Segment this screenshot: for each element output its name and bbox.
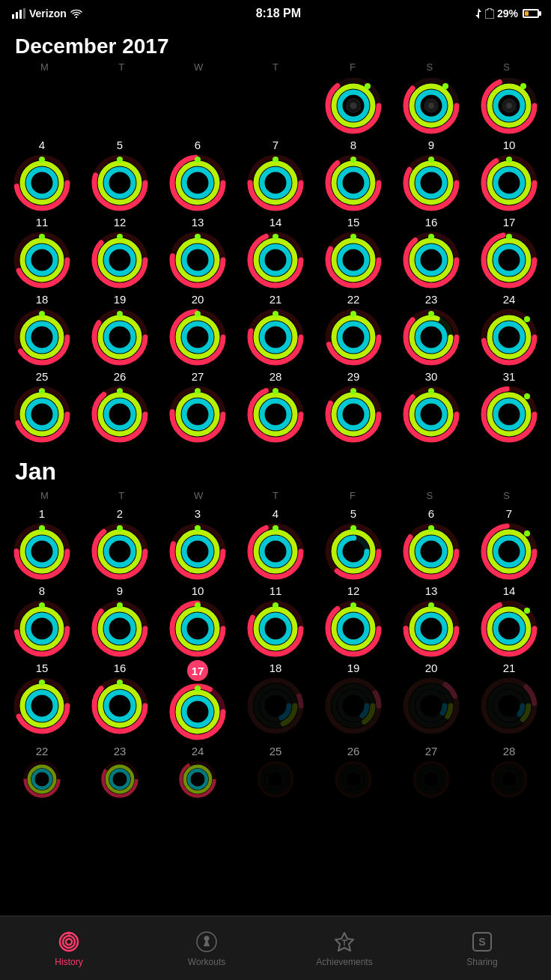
jan-cell-22[interactable]: 22 — [3, 742, 81, 799]
jan-cell-8[interactable]: 8 — [3, 581, 81, 659]
tab-history[interactable]: History — [0, 930, 138, 967]
january-week2: 8 9 10 — [0, 581, 551, 659]
jan-cell-12[interactable]: 12 — [314, 581, 392, 659]
jan-cell-7[interactable]: 7 — [470, 504, 548, 581]
svg-point-80 — [496, 169, 523, 196]
dec-cell-21[interactable]: 21 — [237, 290, 314, 367]
tab-workouts[interactable]: Workouts — [138, 930, 276, 967]
jan-cell-23[interactable]: 23 — [81, 742, 159, 799]
svg-point-291 — [117, 602, 123, 608]
day-header-m: M — [6, 61, 83, 73]
svg-point-193 — [117, 388, 123, 394]
january-day-headers: M T W T F S S — [0, 490, 551, 501]
svg-point-242 — [117, 525, 123, 531]
svg-point-4 — [76, 16, 77, 18]
dec-cell-6[interactable]: 6 — [159, 136, 237, 213]
dec-cell-26[interactable]: 26 — [81, 367, 159, 444]
svg-point-172 — [428, 311, 434, 317]
december-week2: 4 5 6 — [0, 136, 551, 213]
jan-cell-17-today[interactable]: 17 — [159, 659, 237, 742]
svg-point-73 — [418, 169, 445, 196]
jan-cell-3[interactable]: 3 — [159, 504, 237, 581]
jan-cell-16[interactable]: 16 — [81, 659, 159, 742]
december-day-headers: M T W T F S S — [0, 61, 551, 73]
dec-cell-15[interactable]: 15 — [314, 213, 392, 290]
jan-cell-24[interactable]: 24 — [159, 742, 237, 799]
status-bar: Verizon 8:18 PM 29% — [0, 0, 551, 27]
jan-cell-10[interactable]: 10 — [159, 581, 237, 659]
svg-point-283 — [28, 615, 55, 642]
dec-cell-4[interactable]: 4 — [3, 136, 81, 213]
jan-cell-9[interactable]: 9 — [81, 581, 159, 659]
svg-point-377 — [33, 770, 51, 788]
jan-cell-21[interactable]: 21 — [470, 659, 548, 742]
dec-cell-3[interactable] — [470, 76, 548, 136]
day-number: 4 — [31, 137, 52, 152]
dec-cell-10[interactable]: 10 — [470, 136, 548, 213]
svg-point-206 — [262, 401, 289, 428]
dec-cell-29[interactable]: 29 — [314, 367, 392, 444]
dec-cell-31[interactable]: 31 — [470, 367, 548, 444]
battery-icon — [523, 9, 539, 18]
jan-cell-14[interactable]: 14 — [470, 581, 548, 659]
dec-cell-11[interactable]: 11 — [3, 213, 81, 290]
svg-point-318 — [418, 615, 445, 642]
jan-cell-6[interactable]: 6 — [392, 504, 470, 581]
svg-point-165 — [350, 311, 356, 317]
jan-cell-5[interactable]: 5 — [314, 504, 392, 581]
jan-cell-2[interactable]: 2 — [81, 504, 159, 581]
dec-cell-16[interactable]: 16 — [392, 213, 470, 290]
tab-sharing[interactable]: S Sharing — [413, 930, 551, 967]
dec-cell-30[interactable]: 30 — [392, 367, 470, 444]
dec-cell-27[interactable]: 27 — [159, 367, 237, 444]
jan-cell-19[interactable]: 19 — [314, 659, 392, 742]
jan-cell-18[interactable]: 18 — [237, 659, 314, 742]
jan-cell-15[interactable]: 15 — [3, 659, 81, 742]
tab-achievements[interactable]: Achievements — [276, 930, 413, 967]
dec-cell-28[interactable]: 28 — [237, 367, 314, 444]
dec-cell-8[interactable]: 8 — [314, 136, 392, 213]
svg-point-52 — [184, 169, 211, 196]
svg-point-269 — [418, 538, 445, 565]
january-week3: 15 16 17 — [0, 659, 551, 742]
jan-cell-20[interactable]: 20 — [392, 659, 470, 742]
jan-cell-11[interactable]: 11 — [237, 581, 314, 659]
dec-cell-5[interactable]: 5 — [81, 136, 159, 213]
jan-cell-27[interactable]: 27 — [392, 742, 470, 799]
svg-point-115 — [340, 246, 367, 273]
dec-cell-18[interactable]: 18 — [3, 290, 81, 367]
dec-cell-20[interactable]: 20 — [159, 290, 237, 367]
dec-cell-17[interactable]: 17 — [470, 213, 548, 290]
dec-cell-19[interactable]: 19 — [81, 290, 159, 367]
dec-cell-24[interactable]: 24 — [470, 290, 548, 367]
svg-point-340 — [117, 680, 123, 686]
svg-point-332 — [28, 692, 55, 719]
dec-cell-7[interactable]: 7 — [237, 136, 314, 213]
dec-cell-25[interactable]: 25 — [3, 367, 81, 444]
svg-point-185 — [28, 401, 55, 428]
jan-cell-1[interactable]: 1 — [3, 504, 81, 581]
dec-cell-23[interactable]: 23 — [392, 290, 470, 367]
jan-cell-28[interactable]: 28 — [470, 742, 548, 799]
january-week4-partial: 22 23 24 — [0, 742, 551, 799]
battery-area: 29% — [475, 7, 539, 19]
svg-point-325 — [496, 615, 523, 642]
svg-rect-2 — [19, 10, 22, 19]
dec-cell-13[interactable]: 13 — [159, 213, 237, 290]
january-week1: 1 2 3 — [0, 504, 551, 581]
dec-cell-22[interactable]: 22 — [314, 290, 392, 367]
dec-cell-12[interactable]: 12 — [81, 213, 159, 290]
svg-point-214 — [350, 388, 356, 394]
jan-cell-13[interactable]: 13 — [392, 581, 470, 659]
dec-cell-1[interactable] — [314, 76, 392, 136]
january-header: Jan — [0, 444, 551, 490]
svg-point-392 — [267, 770, 284, 788]
jan-cell-25[interactable]: 25 — [237, 742, 314, 799]
dec-cell-9[interactable]: 9 — [392, 136, 470, 213]
jan-cell-26[interactable]: 26 — [314, 742, 392, 799]
dec-cell-2[interactable] — [392, 76, 470, 136]
jan-cell-4[interactable]: 4 — [237, 504, 314, 581]
dec-cell-14[interactable]: 14 — [237, 213, 314, 290]
sharing-label: Sharing — [466, 957, 497, 967]
tab-bar: History Workouts Achievements S Shar — [0, 916, 551, 980]
